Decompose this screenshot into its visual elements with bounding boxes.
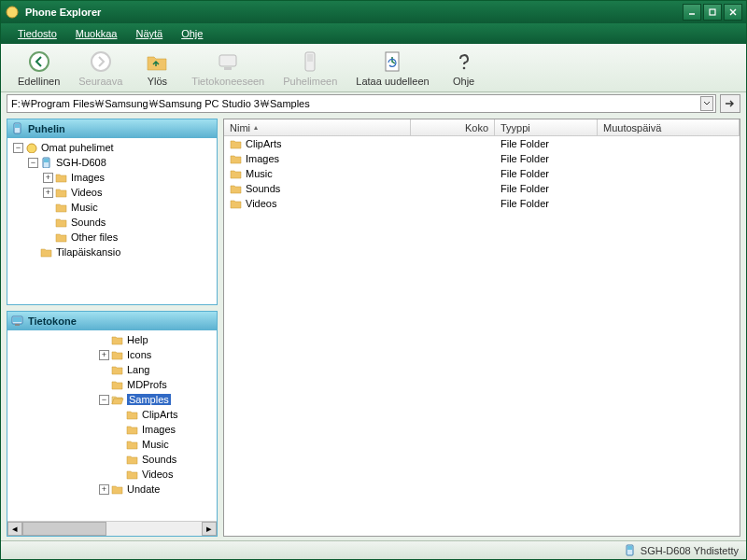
svg-rect-8 xyxy=(710,9,715,15)
folder-icon xyxy=(230,183,243,194)
to-computer-button[interactable]: Tietokoneeseen xyxy=(182,48,274,89)
minimize-button[interactable] xyxy=(683,4,701,21)
file-list-panel: Nimi Koko Tyyppi Muutospäivä ClipArtsFil… xyxy=(223,119,740,537)
maximize-button[interactable] xyxy=(703,4,722,21)
close-button[interactable] xyxy=(724,4,742,21)
tree-item-my-phones[interactable]: −Omat puhelimet xyxy=(9,140,215,155)
scroll-right-button[interactable]: ▸ xyxy=(202,522,217,536)
window-title: Phone Explorer xyxy=(25,7,683,18)
status-bar: SGH-D608 Yhdistetty xyxy=(1,540,746,559)
toolbar: Edellinen Seuraava Ylös Tietokoneeseen P… xyxy=(1,44,746,92)
to-computer-icon xyxy=(216,49,240,74)
column-size[interactable]: Koko xyxy=(411,119,495,135)
svg-point-6 xyxy=(7,7,18,18)
tree-item-lang[interactable]: Lang xyxy=(9,362,215,377)
arrow-left-icon xyxy=(27,49,51,74)
help-button[interactable]: Ohje xyxy=(439,48,489,89)
horizontal-scrollbar[interactable]: ◂ ▸ xyxy=(7,521,217,536)
svg-point-11 xyxy=(30,52,49,71)
phone-icon xyxy=(624,544,637,557)
tree-item-help[interactable]: Help xyxy=(9,332,215,347)
tree-item-other[interactable]: Other files xyxy=(9,230,215,245)
back-button[interactable]: Edellinen xyxy=(8,48,69,89)
expand-icon[interactable]: + xyxy=(43,188,53,198)
tree-item-samples[interactable]: −Samples xyxy=(9,392,215,407)
list-item[interactable]: SoundsFile Folder xyxy=(224,181,740,196)
list-item[interactable]: ClipArtsFile Folder xyxy=(224,136,740,151)
computer-panel-header[interactable]: Tietokone xyxy=(7,312,217,330)
status-state: Yhdistetty xyxy=(694,545,739,556)
file-list[interactable]: ClipArtsFile Folder ImagesFile Folder Mu… xyxy=(224,136,740,536)
tree-item-music2[interactable]: Music xyxy=(9,437,215,452)
folder-up-icon xyxy=(145,49,169,74)
menu-view[interactable]: Näytä xyxy=(126,26,172,41)
tree-item-sounds[interactable]: Sounds xyxy=(9,215,215,230)
app-icon xyxy=(5,5,20,20)
to-phone-icon xyxy=(298,49,322,74)
tree-item-update[interactable]: +Undate xyxy=(9,482,215,497)
up-button[interactable]: Ylös xyxy=(132,48,182,89)
svg-rect-16 xyxy=(307,54,313,62)
tree-item-temp[interactable]: Tilapäiskansio xyxy=(9,245,215,259)
address-bar: F:￦Program Files￦Samsung￦Samsung PC Stud… xyxy=(1,92,746,115)
phone-icon xyxy=(11,122,24,135)
folder-icon xyxy=(230,138,243,149)
forward-button[interactable]: Seuraava xyxy=(69,48,132,89)
collapse-icon[interactable]: − xyxy=(28,158,38,168)
content-area: Puhelin −Omat puhelimet −SGH-D608 +Image… xyxy=(1,115,746,540)
tree-item-mdprofs[interactable]: MDProfs xyxy=(9,377,215,392)
phone-panel-header[interactable]: Puhelin xyxy=(7,119,217,138)
svg-point-12 xyxy=(92,52,110,71)
computer-panel: Tietokone Help +Icons Lang MDProfs −Samp… xyxy=(7,311,218,537)
expand-icon[interactable]: + xyxy=(99,350,109,360)
folder-icon xyxy=(230,153,243,164)
reload-icon xyxy=(380,49,404,74)
tree-item-videos2[interactable]: Videos xyxy=(9,467,215,482)
computer-tree[interactable]: Help +Icons Lang MDProfs −Samples ClipAr… xyxy=(7,330,217,521)
column-modified[interactable]: Muutospäivä xyxy=(598,119,740,135)
app-window: Phone Explorer Tiedosto Muokkaa Näytä Oh… xyxy=(0,0,747,560)
scroll-track[interactable] xyxy=(22,522,202,536)
list-item[interactable]: VideosFile Folder xyxy=(224,196,740,211)
menu-file[interactable]: Tiedosto xyxy=(8,26,66,41)
scroll-left-button[interactable]: ◂ xyxy=(7,522,22,536)
menu-bar: Tiedosto Muokkaa Näytä Ohje xyxy=(1,23,746,44)
menu-help[interactable]: Ohje xyxy=(172,26,212,41)
tree-item-device[interactable]: −SGH-D608 xyxy=(9,155,215,170)
list-item[interactable]: MusicFile Folder xyxy=(224,166,740,181)
menu-edit[interactable]: Muokkaa xyxy=(66,26,127,41)
tree-item-images[interactable]: +Images xyxy=(9,170,215,185)
help-icon xyxy=(452,49,476,74)
svg-point-18 xyxy=(462,66,465,69)
to-phone-button[interactable]: Puhelimeen xyxy=(274,48,346,89)
collapse-icon[interactable]: − xyxy=(13,143,23,153)
collapse-icon[interactable]: − xyxy=(99,395,109,405)
go-button[interactable] xyxy=(720,94,740,113)
tree-item-sounds2[interactable]: Sounds xyxy=(9,452,215,467)
expand-icon[interactable]: + xyxy=(43,173,53,183)
column-type[interactable]: Tyyppi xyxy=(495,119,598,135)
list-item[interactable]: ImagesFile Folder xyxy=(224,151,740,166)
tree-item-music[interactable]: Music xyxy=(9,200,215,215)
tree-item-icons[interactable]: +Icons xyxy=(9,347,215,362)
svg-rect-13 xyxy=(219,55,236,66)
arrow-right-icon xyxy=(89,49,113,74)
address-input[interactable]: F:￦Program Files￦Samsung￦Samsung PC Stud… xyxy=(7,94,716,113)
computer-icon xyxy=(11,315,24,328)
title-bar[interactable]: Phone Explorer xyxy=(1,1,746,23)
tree-item-videos[interactable]: +Videos xyxy=(9,185,215,200)
phone-panel: Puhelin −Omat puhelimet −SGH-D608 +Image… xyxy=(7,119,218,305)
scroll-thumb[interactable] xyxy=(22,522,106,536)
folder-icon xyxy=(230,198,243,209)
phone-tree[interactable]: −Omat puhelimet −SGH-D608 +Images +Video… xyxy=(7,138,217,304)
expand-icon[interactable]: + xyxy=(99,484,109,495)
folder-icon xyxy=(230,168,243,179)
address-dropdown[interactable] xyxy=(700,96,713,111)
column-name[interactable]: Nimi xyxy=(224,119,411,135)
tree-item-cliparts[interactable]: ClipArts xyxy=(9,407,215,422)
reload-button[interactable]: Lataa uudelleen xyxy=(346,48,438,89)
column-headers: Nimi Koko Tyyppi Muutospäivä xyxy=(224,119,740,136)
status-device: SGH-D608 xyxy=(641,545,691,556)
tree-item-images2[interactable]: Images xyxy=(9,422,215,437)
left-column: Puhelin −Omat puhelimet −SGH-D608 +Image… xyxy=(7,119,218,537)
